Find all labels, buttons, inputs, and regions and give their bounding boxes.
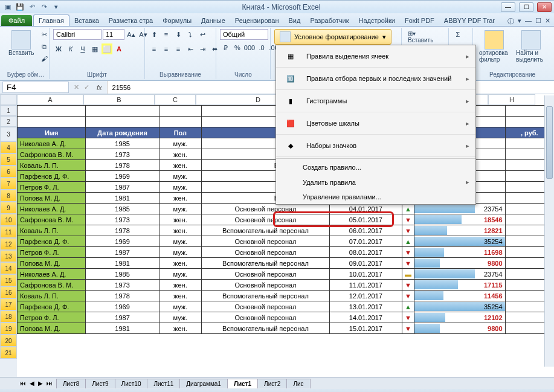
wrap-icon[interactable]: ↩	[197, 29, 208, 40]
font-color-icon[interactable]: A	[114, 43, 124, 54]
align-top-icon[interactable]: ⬆	[149, 29, 159, 40]
row-header[interactable]: 13	[0, 250, 17, 262]
table-row[interactable]: Петров Ф. Л.1987муж.Основной персонал08.…	[18, 247, 554, 258]
name-box-input[interactable]	[2, 82, 69, 93]
number-format-select[interactable]	[220, 29, 268, 40]
qat-more-icon[interactable]: ▾	[51, 2, 62, 13]
dd-highlight-rules[interactable]: ▦Правила выделения ячеек▸	[276, 45, 475, 68]
col-header[interactable]: A	[17, 94, 83, 105]
indent-dec-icon[interactable]: ⇤	[185, 43, 196, 54]
paste-button[interactable]: Вставить	[6, 29, 36, 57]
sheet-tab[interactable]: Лист8	[56, 379, 86, 388]
table-row[interactable]: Парфенов Д. Ф.1969муж.Основной персонал0…	[18, 236, 554, 247]
dd-clear-rules[interactable]: Удалить правила▸	[276, 175, 475, 190]
dd-manage-rules[interactable]: Управление правилами...	[276, 190, 475, 204]
undo-icon[interactable]: ↶	[27, 2, 37, 13]
row-header[interactable]: 15	[0, 274, 17, 286]
row-header[interactable]: 6	[0, 165, 17, 178]
minimize-button[interactable]: —	[501, 2, 515, 12]
save-icon[interactable]: 💾	[14, 2, 25, 13]
row-header[interactable]: 16	[0, 286, 17, 298]
table-row[interactable]: Николаев А. Д.1985муж.Основной персонал1…	[18, 269, 554, 280]
autosum-icon[interactable]: Σ	[453, 29, 463, 40]
redo-icon[interactable]: ↷	[39, 2, 50, 13]
tab-nav-next[interactable]: ▶	[36, 380, 45, 387]
tab-dev[interactable]: Разработчик	[305, 15, 353, 26]
tab-nav-prev[interactable]: ◀	[28, 380, 36, 387]
row-header[interactable]: 10	[0, 214, 17, 226]
font-size-select[interactable]	[103, 29, 124, 40]
tab-nav-last[interactable]: ⏭	[45, 380, 56, 387]
tab-formulas[interactable]: Формулы	[158, 15, 196, 26]
sheet-tab[interactable]: Лист9	[85, 379, 115, 388]
ribbon-min-icon[interactable]: ▾	[518, 17, 521, 26]
file-tab[interactable]: Файл	[1, 15, 32, 26]
fx-icon[interactable]: fx	[92, 84, 107, 91]
comma-icon[interactable]: 000	[244, 42, 255, 53]
row-header[interactable]: 9	[0, 202, 17, 214]
fill-color-icon[interactable]: ⬜	[101, 43, 112, 54]
doc-restore-icon[interactable]: ☐	[535, 17, 541, 26]
row-header[interactable]: 18	[0, 310, 17, 323]
conditional-format-button[interactable]: Условное форматирование▾	[274, 29, 391, 45]
align-bot-icon[interactable]: ⬇	[173, 29, 184, 40]
currency-icon[interactable]: ₽	[220, 42, 231, 53]
tab-foxit[interactable]: Foxit PDF	[400, 15, 439, 26]
row-header[interactable]: 14	[0, 262, 17, 274]
dd-iconsets[interactable]: ◆Наборы значков▸	[276, 135, 475, 157]
row-header[interactable]: 4	[0, 141, 17, 153]
bold-icon[interactable]: Ж	[53, 43, 64, 54]
tab-layout[interactable]: Разметка стра	[104, 15, 158, 26]
tab-addins[interactable]: Надстройки	[354, 15, 400, 26]
table-row[interactable]: Петров Ф. Л.1987муж.Основной персонал14.…	[18, 312, 554, 323]
copy-icon[interactable]: ⧉	[39, 41, 50, 52]
dd-new-rule[interactable]: Создать правило...	[276, 160, 475, 175]
border-icon[interactable]: ▦	[89, 43, 100, 54]
align-left-icon[interactable]: ≡	[149, 43, 159, 54]
row-header[interactable]: 21	[0, 347, 17, 359]
underline-icon[interactable]: Ч	[77, 43, 88, 54]
dd-databars[interactable]: ▮Гистограммы▸	[276, 90, 475, 112]
sort-filter-button[interactable]: ортировка фильтр	[477, 29, 511, 64]
sheet-tab[interactable]: Лист1	[227, 379, 258, 388]
row-header[interactable]: 20	[0, 335, 17, 347]
format-painter-icon[interactable]: 🖌	[39, 53, 50, 64]
col-header[interactable]: C	[155, 94, 196, 105]
scroll-thumb[interactable]	[546, 106, 553, 179]
table-row[interactable]: Попова М. Д.1981жен.Вспомогательный перс…	[18, 323, 554, 334]
select-all-corner[interactable]	[0, 94, 17, 105]
tab-review[interactable]: Рецензирован	[230, 15, 284, 26]
doc-close-icon[interactable]: ✕	[545, 17, 550, 26]
maximize-button[interactable]: ☐	[519, 2, 533, 12]
row-header[interactable]: 7	[0, 178, 17, 190]
font-name-select[interactable]	[53, 29, 101, 40]
row-header[interactable]: 5	[0, 153, 17, 165]
italic-icon[interactable]: К	[65, 43, 76, 54]
align-right-icon[interactable]: ≡	[173, 43, 184, 54]
row-header[interactable]: 17	[0, 298, 17, 310]
row-header[interactable]: 11	[0, 226, 17, 238]
find-select-button[interactable]: Найти и выделить	[514, 29, 548, 64]
row-header[interactable]: 8	[0, 190, 17, 202]
tab-nav-first[interactable]: ⏮	[18, 380, 28, 387]
table-row[interactable]: Коваль Л. П.1978жен.Вспомогательный перс…	[18, 225, 554, 236]
cancel-fx-icon[interactable]: ✕	[71, 83, 82, 91]
table-row[interactable]: Попова М. Д.1981жен.Вспомогательный перс…	[18, 258, 554, 269]
table-row[interactable]: Сафронова В. М.1973жен.Основной персонал…	[18, 214, 554, 225]
excel-icon[interactable]: ▣	[2, 2, 13, 13]
close-button[interactable]: ✕	[537, 2, 552, 12]
align-mid-icon[interactable]: ≡	[161, 29, 172, 40]
tab-home[interactable]: Главная	[33, 14, 69, 26]
tab-abbyy[interactable]: ABBYY PDF Trar	[439, 15, 500, 26]
indent-inc-icon[interactable]: ⇥	[197, 43, 208, 54]
sheet-tab[interactable]: Лист11	[147, 379, 180, 388]
cut-icon[interactable]: ✂	[39, 29, 50, 40]
table-row[interactable]: Николаев А. Д.1985муж.Основной персонал0…	[18, 204, 554, 214]
table-row[interactable]: Сафронова В. М.1973жен.Основной персонал…	[18, 280, 554, 291]
vertical-scrollbar[interactable]	[544, 95, 554, 367]
dd-top-bottom[interactable]: 🔟Правила отбора первых и последних значе…	[276, 68, 475, 90]
align-center-icon[interactable]: ≡	[161, 43, 172, 54]
sheet-tab[interactable]: Лист10	[115, 379, 148, 388]
sheet-tab[interactable]: Лис	[286, 379, 310, 388]
row-header[interactable]: 12	[0, 238, 17, 250]
